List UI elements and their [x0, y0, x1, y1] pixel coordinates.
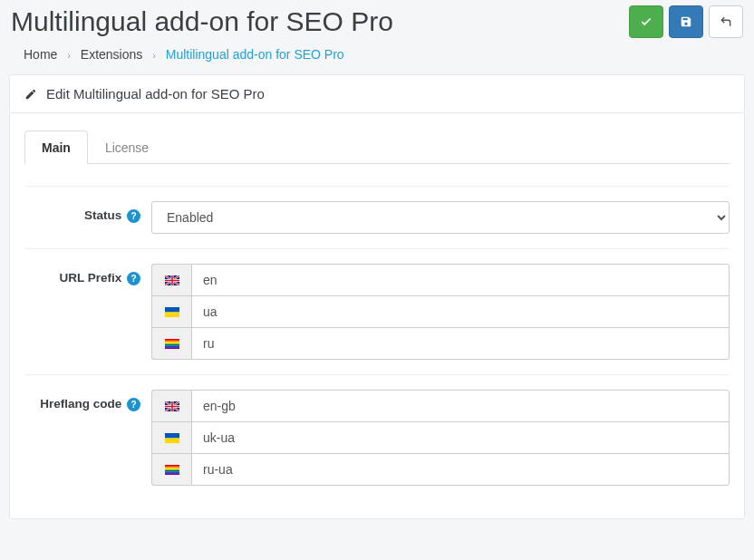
svg-rect-15 [165, 469, 179, 471]
save-button[interactable] [629, 5, 663, 38]
help-icon[interactable]: ? [127, 209, 140, 223]
tab-license[interactable]: License [88, 130, 166, 164]
page-title: Multilingual add-on for SEO Pro [11, 5, 393, 38]
svg-rect-4 [165, 340, 179, 342]
status-label: Status ? [24, 201, 151, 234]
flag-ua-icon [151, 295, 191, 328]
breadcrumb-home[interactable]: Home [24, 47, 57, 62]
svg-rect-1 [165, 307, 179, 313]
svg-rect-8 [165, 347, 179, 349]
flag-rainbow-icon [151, 327, 191, 360]
svg-rect-13 [165, 466, 179, 468]
url-prefix-input-ru[interactable] [191, 327, 730, 360]
svg-rect-2 [165, 312, 179, 317]
status-select[interactable]: Enabled [151, 201, 730, 234]
flag-ua-icon [151, 421, 191, 454]
hreflang-input-ru[interactable] [191, 453, 730, 486]
breadcrumb-extensions[interactable]: Extensions [81, 47, 142, 62]
breadcrumb-current[interactable]: Multilingual add-on for SEO Pro [166, 47, 344, 62]
tabs: Main License [24, 130, 730, 164]
edit-panel: Edit Multilingual add-on for SEO Pro Mai… [9, 74, 745, 519]
svg-rect-5 [165, 342, 179, 343]
svg-rect-6 [165, 343, 179, 345]
svg-rect-16 [165, 471, 179, 473]
panel-heading: Edit Multilingual add-on for SEO Pro [10, 75, 744, 113]
check-icon [640, 15, 652, 28]
svg-rect-7 [165, 345, 179, 347]
svg-rect-12 [165, 465, 179, 467]
hreflang-input-en[interactable] [191, 390, 730, 422]
tab-main[interactable]: Main [24, 130, 88, 164]
pencil-icon [24, 88, 37, 101]
help-icon[interactable]: ? [127, 398, 140, 411]
save-stay-button[interactable] [669, 5, 703, 38]
hreflang-label: Hreflang code ? [24, 390, 151, 486]
svg-rect-3 [165, 339, 179, 341]
save-icon [680, 15, 692, 28]
svg-rect-10 [165, 433, 179, 439]
hreflang-input-ua[interactable] [191, 421, 730, 454]
cancel-button[interactable] [709, 5, 743, 38]
breadcrumb-sep: › [146, 50, 162, 61]
breadcrumb: Home › Extensions › Multilingual add-on … [0, 38, 754, 74]
flag-gb-icon [151, 390, 191, 422]
help-icon[interactable]: ? [127, 272, 140, 285]
svg-rect-14 [165, 468, 179, 469]
panel-title: Edit Multilingual add-on for SEO Pro [46, 86, 265, 101]
breadcrumb-sep: › [61, 50, 77, 61]
back-arrow-icon [720, 15, 732, 28]
flag-rainbow-icon [151, 453, 191, 486]
url-prefix-input-en[interactable] [191, 264, 730, 296]
url-prefix-input-ua[interactable] [191, 295, 730, 328]
flag-gb-icon [151, 264, 191, 296]
header-actions [629, 5, 743, 38]
url-prefix-label: URL Prefix ? [24, 264, 151, 360]
svg-rect-11 [165, 438, 179, 443]
svg-rect-17 [165, 473, 179, 475]
